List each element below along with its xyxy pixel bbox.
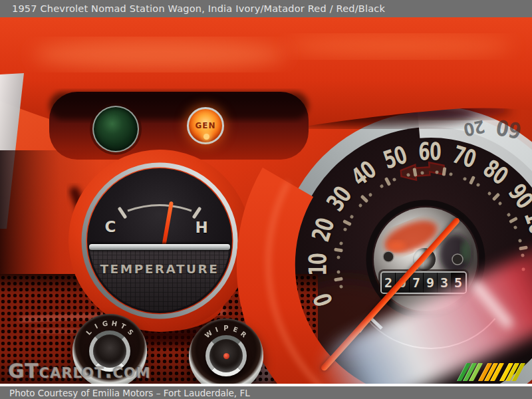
logo-stripe (499, 363, 513, 381)
speedometer-tick (380, 184, 384, 189)
background-sky (0, 17, 532, 117)
speedometer-tick (384, 177, 390, 186)
temp-gauge-needle (161, 201, 174, 250)
stripes-logo-icon (462, 363, 522, 381)
speaker-grille (0, 274, 318, 384)
speedometer-tick (339, 241, 343, 245)
logo-stripe (469, 363, 483, 381)
speedometer-numeral: 30 (323, 183, 355, 215)
speedometer-numeral: 100 (521, 207, 532, 247)
logo-stripe (463, 363, 477, 381)
gen-label: GEN (195, 121, 215, 130)
lights-knob: LIGHTS (72, 314, 147, 384)
speedometer-bezel-ring (286, 120, 532, 384)
logo-stripe (505, 363, 519, 381)
speedometer-tick (491, 193, 500, 201)
logo-stripe (511, 363, 525, 381)
speedometer-numeral: 50 (380, 142, 410, 172)
speedometer-tick (392, 178, 397, 182)
speedometer-tick (506, 212, 511, 217)
speedometer-numeral: 0 (310, 291, 336, 309)
temp-gauge-title: TEMPERATURE (100, 262, 219, 276)
speedometer-numeral: 20 (309, 216, 338, 245)
knob-label-letter: H (111, 320, 118, 327)
speedometer-tick (519, 245, 528, 250)
page-title: 1957 Chevrolet Nomad Station Wagon, Indi… (12, 3, 385, 14)
speedometer-tick (435, 171, 438, 174)
knob-label-letter: E (232, 326, 239, 334)
speedometer-tick (368, 193, 372, 198)
dash-body (0, 37, 532, 384)
odometer: 207935 (380, 271, 467, 294)
wiper-knob: WIPER (189, 319, 263, 384)
gen-light-hotspot (203, 134, 209, 140)
title-bar: 1957 Chevrolet Nomad Station Wagon, Indi… (0, 0, 532, 17)
speedometer-numeral: 60 (418, 139, 441, 164)
knob-label-letter: I (215, 327, 219, 334)
speedometer-tick (360, 195, 368, 203)
wiper-knob-reflection (223, 353, 229, 359)
odometer-digit: 5 (452, 273, 466, 293)
speedometer-tick (406, 173, 410, 177)
speedometer-tick (339, 285, 343, 289)
green-indicator-lens (92, 106, 139, 152)
indicator-recess (49, 92, 309, 160)
screenshot-frame: 1957 Chevrolet Nomad Station Wagon, Indi… (0, 0, 532, 399)
speedometer-tick (513, 225, 518, 230)
hub-screw (383, 251, 394, 262)
odometer-digit: 9 (424, 273, 438, 293)
speedometer-tick (518, 239, 522, 243)
speedometer-tick (521, 268, 525, 271)
knob-label-letter: T (120, 323, 127, 331)
credit-bar: Photo Courtesy of Emilia Motors – Fort L… (0, 386, 532, 399)
temp-gauge-arc (128, 205, 192, 211)
speedometer-tick (449, 172, 453, 176)
speedometer-glass-reflection (288, 122, 532, 384)
temp-gauge-pod-dome (104, 273, 224, 331)
speedometer-tick (421, 171, 424, 174)
speedometer-tick (334, 277, 343, 282)
speedometer-housing-pillar (266, 182, 416, 384)
logo-stripe (478, 363, 492, 381)
speedometer-tick (497, 201, 502, 205)
logo-stripe (484, 363, 498, 381)
odometer-digit: 2 (382, 273, 396, 293)
dashboard-photo: 0102030405060708090100 20 60 207935 C H … (0, 17, 532, 384)
speedometer-needle (320, 217, 460, 372)
speedometer-tick (463, 176, 467, 180)
speedometer-tick (469, 176, 475, 185)
speedometer-tick (337, 256, 340, 259)
odometer-digit: 7 (410, 273, 424, 293)
watermark: GTcarlot.com (8, 359, 151, 382)
speedometer-tick (509, 217, 518, 224)
speedometer-tick (343, 227, 348, 232)
speedometer-numeral: 90 (505, 180, 532, 213)
speedometer-numeral: 70 (450, 142, 478, 172)
dash-brow (0, 17, 532, 144)
speedometer-tick (337, 270, 340, 273)
speedometer-tick (442, 168, 447, 177)
speedometer-tick (475, 183, 480, 188)
speedometer-numeral: 80 (479, 156, 512, 188)
logo-stripe (457, 363, 471, 381)
windshield-chrome-trim (283, 23, 532, 39)
reflection-number: 60 (495, 116, 523, 142)
temp-hot-label: H (195, 219, 207, 236)
speedometer-tick (334, 248, 343, 253)
knob-label-letter: I (94, 323, 99, 331)
temp-gauge-chrome-divider (89, 244, 230, 250)
reflection-number: 20 (462, 117, 487, 139)
dashboard-illustration (0, 17, 532, 384)
speedometer-tick (413, 168, 418, 177)
temp-gauge-bezel (84, 165, 235, 317)
knob-label-letter: P (223, 325, 228, 332)
odometer-digit: 0 (396, 273, 410, 293)
temp-gauge-housing (68, 150, 251, 332)
logo-stripe (490, 363, 504, 381)
temp-gauge-face (87, 168, 232, 313)
hub-center-cap (413, 248, 436, 271)
generator-warning-light: GEN (187, 107, 224, 144)
speedometer-face (293, 127, 532, 384)
speedometer-tick (350, 215, 354, 219)
background-trees-blur (276, 17, 532, 40)
